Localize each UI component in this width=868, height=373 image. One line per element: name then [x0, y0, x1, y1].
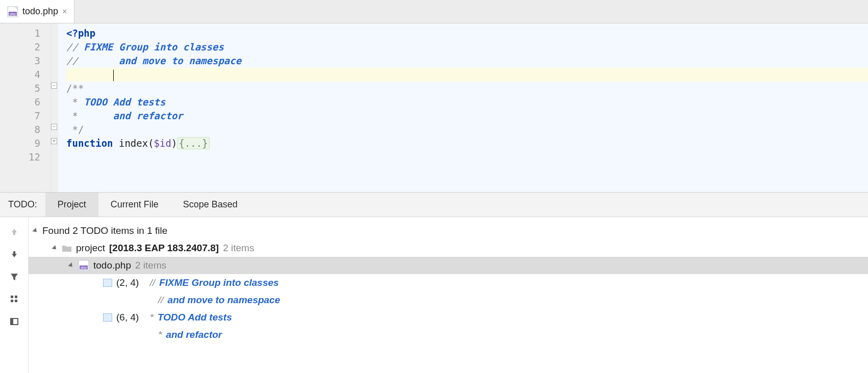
item-text: FIXME Group into classes: [159, 274, 278, 291]
todo-item-row[interactable]: (6, 4) * TODO Add tests: [29, 309, 868, 326]
todo-tree[interactable]: Found 2 TODO items in 1 file project [20…: [29, 217, 868, 373]
editor-tab-bar: php todo.php ×: [0, 0, 868, 23]
svg-rect-6: [11, 300, 13, 302]
chevron-down-icon[interactable]: [32, 228, 38, 234]
todo-item-row[interactable]: (2, 4) // FIXME Group into classes: [29, 274, 868, 291]
code-token: and move to namespace: [119, 55, 241, 66]
todo-item-continuation: // and move to namespace: [29, 291, 868, 309]
code-token: //: [66, 55, 119, 66]
svg-rect-5: [15, 296, 17, 298]
code-token: and refactor: [113, 110, 183, 121]
code-snippet-icon: [103, 313, 112, 322]
todo-project-row[interactable]: project [2018.3 EAP 183.2407.8] 2 items: [29, 239, 868, 257]
fold-marker-icon[interactable]: −: [51, 124, 57, 130]
code-token: <?php: [66, 28, 95, 39]
code-token: //: [66, 41, 84, 52]
file-count: 2 items: [135, 257, 166, 274]
arrow-down-icon[interactable]: [8, 248, 21, 261]
fold-marker-icon[interactable]: −: [51, 83, 57, 89]
chevron-down-icon[interactable]: [68, 262, 74, 269]
code-token: *: [66, 110, 113, 121]
code-snippet-icon: [103, 279, 112, 287]
code-token: /**: [66, 83, 84, 94]
todo-file-row[interactable]: php todo.php 2 items: [29, 257, 868, 274]
item-text: and refactor: [166, 326, 222, 343]
project-name: project: [76, 239, 105, 257]
project-meta: [2018.3 EAP 183.2407.8]: [109, 239, 219, 257]
code-editor[interactable]: 1 2 3 4 5 6 7 8 9 12 − − + <?php // FIXM…: [0, 23, 868, 193]
code-token: *: [66, 96, 84, 108]
close-icon[interactable]: ×: [62, 7, 67, 16]
todo-panel-title: TODO:: [0, 199, 45, 210]
fold-gutter: − − +: [51, 23, 58, 192]
todo-tab-current-file[interactable]: Current File: [98, 193, 171, 217]
item-position: (2, 4): [116, 274, 139, 291]
todo-summary-row[interactable]: Found 2 TODO items in 1 file: [29, 222, 868, 239]
folder-icon: [62, 244, 72, 252]
code-area[interactable]: <?php // FIXME Group into classes // and…: [58, 23, 868, 192]
code-token: FIXME Group into classes: [84, 41, 224, 52]
filter-icon[interactable]: [8, 270, 21, 283]
code-token: */: [66, 124, 84, 135]
php-file-icon: php: [78, 260, 89, 271]
code-token: TODO Add tests: [84, 96, 165, 108]
item-prefix: *: [158, 326, 162, 343]
code-token: $id: [154, 138, 171, 149]
svg-rect-9: [11, 318, 13, 325]
svg-rect-7: [15, 300, 17, 302]
todo-item-continuation: * and refactor: [29, 326, 868, 343]
item-position: (6, 4): [116, 309, 139, 326]
todo-panel-header: TODO: Project Current File Scope Based: [0, 193, 868, 217]
file-name: todo.php: [93, 257, 131, 274]
todo-panel-body: Found 2 TODO items in 1 file project [20…: [0, 217, 868, 373]
chevron-down-icon[interactable]: [52, 245, 58, 251]
todo-tab-project[interactable]: Project: [45, 193, 98, 217]
todo-toolbar: [0, 217, 29, 373]
item-text: and move to namespace: [168, 291, 280, 309]
code-token: index(: [113, 138, 154, 149]
tab-filename: todo.php: [22, 6, 58, 17]
fold-marker-icon[interactable]: +: [51, 138, 57, 144]
project-count: 2 items: [223, 239, 254, 257]
item-text: TODO Add tests: [158, 309, 232, 326]
line-number-gutter: 1 2 3 4 5 6 7 8 9 12: [0, 23, 51, 192]
item-prefix: *: [150, 309, 154, 326]
svg-rect-4: [11, 296, 13, 298]
code-token: function: [66, 138, 113, 149]
editor-tab[interactable]: php todo.php ×: [0, 0, 74, 23]
folded-region[interactable]: {...}: [177, 137, 209, 149]
text-caret: [113, 70, 114, 81]
summary-text: Found 2 TODO items in 1 file: [42, 222, 167, 239]
item-prefix: //: [158, 291, 164, 309]
current-line-highlight: [66, 68, 868, 82]
layout-icon[interactable]: [8, 315, 21, 328]
php-file-icon: php: [7, 6, 18, 17]
arrow-up-icon[interactable]: [8, 225, 21, 238]
item-prefix: //: [150, 274, 156, 291]
code-token: ): [171, 138, 177, 149]
todo-tab-scope-based[interactable]: Scope Based: [171, 193, 250, 217]
group-icon[interactable]: [8, 292, 21, 306]
svg-text:php: php: [10, 12, 16, 16]
svg-text:php: php: [81, 266, 87, 270]
